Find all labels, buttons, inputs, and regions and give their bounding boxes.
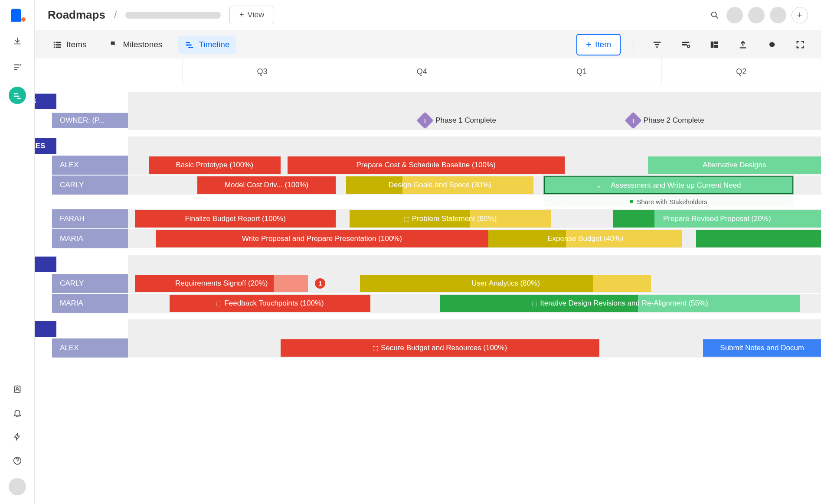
owner-label[interactable]: CARLY	[52, 274, 128, 293]
svg-rect-8	[54, 46, 55, 48]
timeline-bar[interactable]: Prepare Revised Proposal (20%)	[613, 210, 821, 228]
timeline-nav-icon[interactable]	[9, 87, 26, 104]
group-header[interactable]: RESEARCH	[35, 321, 56, 337]
tab-milestones[interactable]: Milestones	[102, 36, 169, 54]
tab-items[interactable]: Items	[46, 36, 93, 54]
timeline-bar[interactable]: ⬚Feedback Touchpoints (100%)	[170, 295, 370, 312]
contacts-icon[interactable]	[11, 383, 24, 396]
milestone[interactable]: !Phase 1 Complete	[419, 114, 496, 127]
quarter-headers: Q3 Q4 Q1 Q2	[182, 59, 821, 85]
svg-point-3	[712, 12, 716, 16]
owner-label[interactable]: ALEX	[52, 338, 128, 358]
avatar-1[interactable]	[726, 7, 743, 23]
add-collaborator-button[interactable]: +	[792, 7, 808, 23]
avatar-2[interactable]	[748, 7, 765, 23]
svg-point-1	[16, 387, 18, 389]
sub-item[interactable]: Share with Stakeholders	[544, 196, 793, 207]
fullscreen-icon[interactable]	[794, 38, 807, 51]
quarter-q2: Q2	[661, 59, 821, 85]
timeline-bar[interactable]: ⌄Assessment and Write up Current Need	[544, 176, 793, 194]
owner-label[interactable]: MARIA	[52, 294, 128, 313]
timeline-bar[interactable]: Design Goals and Specs (30%)	[346, 176, 533, 194]
timeline-bar[interactable]: ⬚Problem Statement (60%)	[350, 210, 550, 228]
bolt-icon[interactable]	[11, 430, 24, 443]
svg-rect-4	[54, 42, 55, 43]
search-icon[interactable]	[708, 9, 721, 22]
timeline-bar[interactable]: Finalize Budget Report (100%)	[135, 210, 336, 228]
svg-rect-7	[56, 44, 61, 46]
svg-rect-11	[711, 41, 713, 48]
list-icon[interactable]	[11, 61, 24, 74]
svg-rect-6	[54, 44, 55, 46]
download-icon[interactable]	[11, 35, 24, 48]
group-header[interactable]: DELIVERABLES	[35, 138, 56, 154]
milestone[interactable]: !Phase 2 Complete	[627, 114, 704, 127]
settings-icon[interactable]	[765, 38, 778, 51]
timeline-bar[interactable]: Write Proposal and Prepare Presentation …	[156, 230, 488, 247]
top-bar: Roadmaps / +View +	[35, 0, 821, 30]
add-item-button[interactable]: +Item	[576, 34, 621, 55]
svg-rect-5	[56, 42, 61, 43]
timeline-bar[interactable]: Requirements Signoff (20%)	[135, 275, 308, 292]
timeline-bar[interactable]: Submit Notes and Docum	[703, 339, 821, 357]
export-icon[interactable]	[736, 38, 749, 51]
logo[interactable]	[11, 9, 24, 22]
quarter-q3: Q3	[182, 59, 342, 85]
toolbar: Items Milestones Timeline +Item	[35, 30, 821, 59]
timeline-area: Q3 Q4 Q1 Q2 MILESTONESOWNER: (P...!Phase…	[35, 59, 821, 504]
layout-icon[interactable]	[708, 38, 721, 51]
timeline-bar[interactable]: Model Cost Driv... (100%)	[197, 176, 336, 194]
svg-rect-13	[714, 45, 718, 47]
timeline-bar[interactable]: Expense Budget (40%)	[488, 230, 682, 247]
svg-rect-9	[56, 46, 61, 48]
help-icon[interactable]	[11, 454, 24, 467]
svg-rect-12	[714, 41, 718, 44]
user-avatar[interactable]	[9, 478, 26, 495]
tab-timeline[interactable]: Timeline	[178, 36, 236, 54]
timeline-bar[interactable]: Basic Prototype (100%)	[149, 156, 281, 174]
page-title: Roadmaps	[48, 8, 105, 22]
quarter-q4: Q4	[342, 59, 501, 85]
quarter-q1: Q1	[502, 59, 661, 85]
owner-label[interactable]: ALEX	[52, 156, 128, 175]
owner-label[interactable]: FARAH	[52, 209, 128, 228]
timeline-bar[interactable]: Prepare Cost & Schedule Baseline (100%)	[288, 156, 565, 174]
avatar-3[interactable]	[770, 7, 786, 23]
owner-label[interactable]: MARIA	[52, 229, 128, 248]
owner-label[interactable]: CARLY	[52, 176, 128, 195]
group-header[interactable]: ALIGNMENT	[35, 257, 56, 272]
filter-icon[interactable]	[651, 38, 664, 51]
side-navigation	[0, 0, 35, 504]
count-badge[interactable]: 1	[315, 278, 325, 289]
group-header[interactable]: MILESTONES	[35, 94, 56, 109]
add-view-button[interactable]: +View	[229, 6, 274, 24]
timeline-bar[interactable]: ⬚Secure Budget and Resources (100%)	[281, 339, 599, 357]
bell-icon[interactable]	[11, 406, 24, 419]
timeline-bar[interactable]: ⬚Iterative Design Revisions and Re-Align…	[440, 295, 800, 312]
owner-label[interactable]: OWNER: (P...	[52, 113, 128, 128]
timeline-bar[interactable]: Alternative Designs	[648, 156, 821, 174]
breadcrumb-placeholder	[125, 12, 221, 19]
timeline-bar[interactable]: User Analytics (80%)	[360, 275, 651, 292]
timeline-bar[interactable]	[696, 230, 821, 247]
link-filter-icon[interactable]	[679, 38, 692, 51]
